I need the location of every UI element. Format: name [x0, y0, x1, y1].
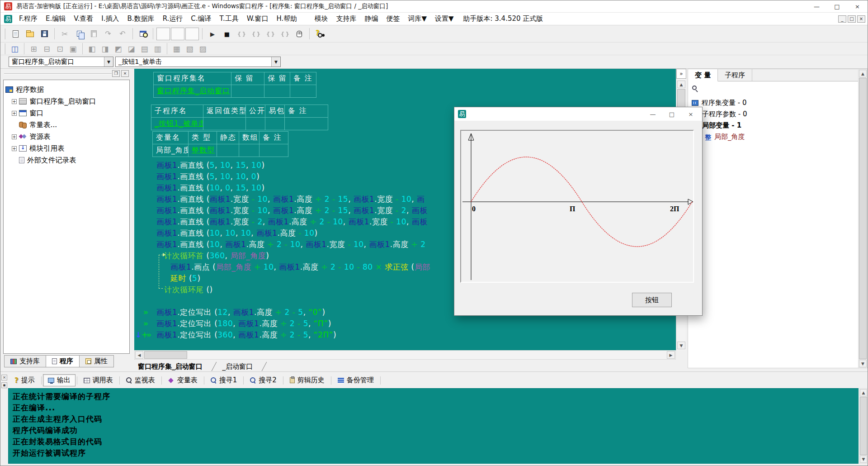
scroll-up-button[interactable]: ▲ [677, 81, 685, 88]
code-line-7[interactable]: 画板1.画直线 (10, 10, 10, 画板1.高度 - 10) [156, 228, 318, 238]
menu-item-13[interactable]: 便签 [382, 14, 404, 23]
menu-item-11[interactable]: 支持库 [332, 14, 360, 23]
table-cell[interactable] [264, 85, 290, 97]
dock-tab-搜寻2[interactable]: 搜寻2 [245, 374, 282, 386]
layout-bottom-button[interactable] [171, 28, 184, 40]
table-cell[interactable] [265, 118, 285, 130]
dock-tab-剪辑历史[interactable]: 剪辑历史 [285, 374, 330, 386]
menu-item-5[interactable]: R.运行 [159, 14, 187, 23]
expander-icon[interactable]: + [12, 134, 17, 139]
running-program-window[interactable]: 易 —□× 0 Π 2Π 按钮 [454, 107, 703, 316]
menu-item-6[interactable]: C.编译 [187, 14, 215, 23]
menu-item-9[interactable]: H.帮助 [273, 14, 302, 23]
code-line-12[interactable]: 计次循环尾 () [164, 285, 213, 295]
menu-item-14[interactable]: 词库▼ [404, 14, 431, 23]
program-maximize-button[interactable]: □ [662, 107, 681, 121]
variable-item-1[interactable]: 子程序参数 - 0 [692, 109, 856, 120]
mdi-restore-button[interactable]: □ [848, 15, 856, 23]
left-tab-2[interactable]: 属性 [79, 355, 114, 367]
menu-item-10[interactable]: 模块 [310, 14, 332, 23]
menu-item-1[interactable]: E.编辑 [42, 14, 70, 23]
restore-button[interactable]: □ [827, 0, 847, 13]
code-line-4[interactable]: 画板1.画直线 (画板1.宽度 - 10, 画板1.高度 ÷ 2 - 15, 画… [156, 194, 425, 204]
dock-tab-搜寻1[interactable]: 搜寻1 [206, 374, 242, 386]
edit-window-button[interactable]: ◫ [9, 43, 21, 54]
editor-tab-1[interactable]: _启动窗口 [216, 361, 259, 372]
tree-item-4[interactable]: +模块引用表 [5, 143, 127, 154]
expander-icon[interactable]: + [12, 146, 17, 151]
variable-item-3[interactable]: 整局部_角度 [692, 131, 856, 143]
table-cell[interactable] [259, 144, 288, 157]
new-file-button[interactable] [9, 27, 22, 41]
right-tab-0[interactable]: 变 量 [688, 69, 718, 81]
collapse-right-panel-button[interactable]: » [676, 69, 686, 79]
code-line-1[interactable]: 画板1.画直线 (5, 10, 15, 10) [156, 160, 265, 170]
variable-item-0[interactable]: 程序集变量 - 0 [692, 97, 856, 109]
menu-item-12[interactable]: 静编 [360, 14, 382, 23]
scroll-down-button[interactable]: ▼ [860, 456, 867, 463]
menu-item-0[interactable]: F.程序 [15, 14, 42, 23]
menu-item-15[interactable]: 设置▼ [431, 14, 458, 23]
code-line-11[interactable]: 延时 (5) [170, 273, 201, 283]
code-line-14[interactable]: 画板1.定位写出 (180, 画板1.高度 ÷ 2 - 5, “Π”) [156, 319, 331, 328]
stop-button[interactable] [220, 27, 234, 41]
table-cell[interactable]: 整数型 [189, 144, 217, 157]
program-data-tree[interactable]: 程序数据+窗口程序集_启动窗口+窗口常量表...+资源表+模块引用表外部文件记录… [3, 80, 130, 354]
find-button[interactable] [136, 27, 150, 41]
run-button[interactable] [206, 27, 219, 41]
code-line-5[interactable]: 画板1.画直线 (画板1.宽度 - 10, 画板1.高度 ÷ 2 - 15, 画… [156, 205, 428, 215]
table-cell[interactable] [239, 144, 259, 157]
program-window-title-bar[interactable]: 易 —□× [454, 107, 702, 121]
table-cell[interactable] [246, 118, 265, 130]
table-cell[interactable] [217, 144, 239, 157]
panel-float-button[interactable]: ❒ [112, 70, 120, 77]
dock-tab-输出[interactable]: 输出 [43, 374, 75, 386]
code-line-2[interactable]: 画板1.画直线 (5, 10, 10, 0) [156, 171, 259, 181]
scroll-up-button[interactable]: ▲ [859, 70, 867, 77]
scroll-right-button[interactable]: ▶ [667, 351, 675, 359]
menu-item-7[interactable]: T.工具 [216, 14, 243, 23]
expander-icon[interactable]: + [12, 99, 17, 104]
output-scrollbar[interactable]: ▲ ▼ [859, 388, 868, 464]
dock-tab-提示[interactable]: 提示 [9, 374, 40, 386]
expander-icon[interactable]: + [12, 111, 17, 116]
save-button[interactable] [38, 27, 51, 41]
panel-close-button[interactable]: × [121, 70, 129, 77]
menu-item-2[interactable]: V.查看 [70, 14, 97, 23]
menu-item-8[interactable]: W.窗口 [243, 14, 273, 23]
table-cell[interactable]: _按钮1_被单击 [151, 118, 203, 130]
program-button[interactable]: 按钮 [632, 293, 672, 307]
panel-grip[interactable] [4, 73, 112, 74]
open-file-button[interactable] [23, 27, 37, 41]
tree-item-3[interactable]: +资源表 [5, 131, 127, 143]
tree-root[interactable]: 程序数据 [5, 84, 127, 95]
editor-horizontal-scrollbar[interactable]: ◀ ▶ [134, 350, 676, 360]
code-line-8[interactable]: 画板1.画直线 (10, 画板1.高度 ÷ 2 - 10, 画板1.宽度 - 1… [156, 239, 426, 249]
table-cell[interactable] [231, 85, 264, 97]
layout-grid-button[interactable] [185, 28, 199, 40]
scroll-down-button[interactable]: ▼ [677, 342, 685, 349]
dock-close-button[interactable]: × [1, 375, 7, 380]
code-line-9[interactable]: 计次循环首 (360, 局部_角度) [164, 251, 269, 261]
tree-item-5[interactable]: 外部文件记录表 [5, 154, 127, 166]
code-line-6[interactable]: 画板1.画直线 (画板1.宽度 - 2, 画板1.高度 ÷ 2 - 10, 画板… [156, 217, 428, 227]
copy-button[interactable] [72, 27, 86, 41]
dock-tab-变量表[interactable]: 变量表 [163, 374, 203, 386]
table-cell[interactable] [285, 118, 328, 130]
mdi-minimize-button[interactable]: _ [838, 15, 846, 23]
dock-pin-button[interactable]: ▪ [1, 382, 7, 388]
right-tab-1[interactable]: 子程序 [718, 69, 752, 81]
code-line-10[interactable]: 画板1.画点 (局部_角度 + 10, 画板1.高度 ÷ 2 - 10 - 80… [170, 262, 430, 272]
subroutine-combobox[interactable]: _按钮1_被单击 ▼ [115, 57, 281, 67]
mdi-close-button[interactable]: × [857, 15, 865, 23]
tree-item-0[interactable]: +窗口程序集_启动窗口 [5, 95, 127, 107]
chevron-down-icon[interactable]: ▼ [104, 57, 113, 67]
scroll-thumb[interactable] [860, 397, 867, 455]
minimize-button[interactable]: — [807, 0, 827, 13]
table-cell[interactable]: 窗口程序集_启动窗口 [154, 85, 231, 97]
scroll-left-button[interactable]: ◀ [135, 351, 143, 359]
help-search-button[interactable] [313, 27, 326, 41]
toolbar-drag-handle[interactable] [4, 43, 5, 54]
code-line-15[interactable]: 画板1.定位写出 (360, 画板1.高度 ÷ 2 - 5, “2Π”) [156, 330, 336, 340]
tree-item-2[interactable]: 常量表... [5, 119, 127, 131]
